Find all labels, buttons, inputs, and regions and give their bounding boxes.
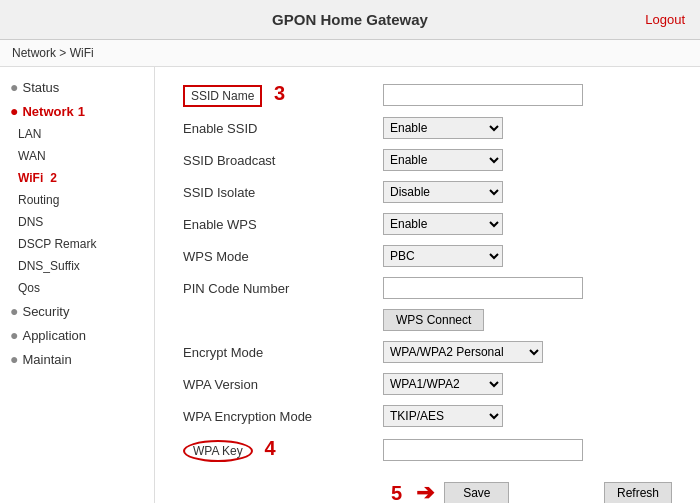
encrypt-mode-label: Encrypt Mode — [183, 345, 263, 360]
sidebar: ● Status ● Network 1 LAN WAN WiFi 2 Rout… — [0, 67, 155, 503]
dns-label: DNS — [18, 215, 43, 229]
routing-label: Routing — [18, 193, 59, 207]
page-title: GPON Home Gateway — [272, 11, 428, 28]
network-dot-icon: ● — [10, 103, 18, 119]
main-content: SSID Name 3 Enable SSID Enable Disable S… — [155, 67, 700, 503]
enable-wps-select[interactable]: Enable Disable — [383, 213, 503, 235]
encrypt-mode-row: Encrypt Mode WPA/WPA2 Personal None WEP — [175, 336, 680, 368]
wpa-version-row: WPA Version WPA1/WPA2 WPA1 WPA2 — [175, 368, 680, 400]
wpa-version-select[interactable]: WPA1/WPA2 WPA1 WPA2 — [383, 373, 503, 395]
wan-label: WAN — [18, 149, 46, 163]
header: GPON Home Gateway Logout — [0, 0, 700, 40]
enable-ssid-select[interactable]: Enable Disable — [383, 117, 503, 139]
ssid-isolate-label: SSID Isolate — [183, 185, 255, 200]
ssid-name-input[interactable] — [383, 84, 583, 106]
sidebar-item-dns[interactable]: DNS — [0, 211, 154, 233]
sidebar-item-dscp[interactable]: DSCP Remark — [0, 233, 154, 255]
wifi-badge: 2 — [50, 171, 57, 185]
layout: ● Status ● Network 1 LAN WAN WiFi 2 Rout… — [0, 67, 700, 503]
pin-code-input[interactable] — [383, 277, 583, 299]
status-dot-icon: ● — [10, 79, 18, 95]
maintain-dot-icon: ● — [10, 351, 18, 367]
network-badge: 1 — [78, 104, 85, 119]
sidebar-item-routing[interactable]: Routing — [0, 189, 154, 211]
wpa-key-badge: 4 — [264, 437, 275, 459]
wpa-encryption-select[interactable]: TKIP/AES TKIP AES — [383, 405, 503, 427]
sidebar-item-label: Status — [22, 80, 59, 95]
ssid-name-row: SSID Name 3 — [175, 77, 680, 112]
enable-wps-row: Enable WPS Enable Disable — [175, 208, 680, 240]
wpa-version-label: WPA Version — [183, 377, 258, 392]
wps-mode-select[interactable]: PBC PIN — [383, 245, 503, 267]
qos-label: Qos — [18, 281, 40, 295]
refresh-button[interactable]: Refresh — [604, 482, 672, 503]
wps-mode-row: WPS Mode PBC PIN — [175, 240, 680, 272]
ssid-isolate-select[interactable]: Enable Disable — [383, 181, 503, 203]
wpa-encryption-row: WPA Encryption Mode TKIP/AES TKIP AES — [175, 400, 680, 432]
sidebar-item-application[interactable]: ● Application — [0, 323, 154, 347]
wpa-key-row: WPA Key 4 — [175, 432, 680, 467]
sidebar-item-label: Network — [22, 104, 73, 119]
wps-mode-label: WPS Mode — [183, 249, 249, 264]
ssid-badge: 3 — [274, 82, 285, 104]
sidebar-item-status[interactable]: ● Status — [0, 75, 154, 99]
sidebar-item-qos[interactable]: Qos — [0, 277, 154, 299]
enable-ssid-label: Enable SSID — [183, 121, 257, 136]
wpa-key-input[interactable] — [383, 439, 583, 461]
dscp-label: DSCP Remark — [18, 237, 96, 251]
pin-code-label: PIN Code Number — [183, 281, 289, 296]
logout-button[interactable]: Logout — [645, 12, 685, 27]
save-button[interactable]: Save — [444, 482, 509, 503]
breadcrumb: Network > WiFi — [0, 40, 700, 67]
arrow-right-icon: ➔ — [416, 480, 434, 503]
ssid-broadcast-row: SSID Broadcast Enable Disable — [175, 144, 680, 176]
enable-wps-label: Enable WPS — [183, 217, 257, 232]
wpa-encryption-label: WPA Encryption Mode — [183, 409, 312, 424]
security-dot-icon: ● — [10, 303, 18, 319]
ssid-name-label: SSID Name — [183, 85, 262, 107]
sidebar-item-label: Maintain — [22, 352, 71, 367]
pin-code-row: PIN Code Number — [175, 272, 680, 304]
sidebar-item-maintain[interactable]: ● Maintain — [0, 347, 154, 371]
wps-connect-row: WPS Connect — [175, 304, 680, 336]
wpa-key-label: WPA Key — [183, 440, 253, 462]
lan-label: LAN — [18, 127, 41, 141]
sidebar-item-security[interactable]: ● Security — [0, 299, 154, 323]
encrypt-mode-select[interactable]: WPA/WPA2 Personal None WEP — [383, 341, 543, 363]
wifi-form: SSID Name 3 Enable SSID Enable Disable S… — [175, 77, 680, 503]
ssid-broadcast-select[interactable]: Enable Disable — [383, 149, 503, 171]
action-row: 5 ➔ Save Refresh — [175, 467, 680, 503]
wps-connect-button[interactable]: WPS Connect — [383, 309, 484, 331]
sidebar-item-dns-suffix[interactable]: DNS_Suffix — [0, 255, 154, 277]
sidebar-item-network[interactable]: ● Network 1 — [0, 99, 154, 123]
application-dot-icon: ● — [10, 327, 18, 343]
sidebar-item-wifi[interactable]: WiFi 2 — [0, 167, 154, 189]
wifi-label: WiFi — [18, 171, 43, 185]
ssid-broadcast-label: SSID Broadcast — [183, 153, 276, 168]
action-buttons: 5 ➔ Save Refresh — [383, 480, 672, 503]
dns-suffix-label: DNS_Suffix — [18, 259, 80, 273]
sidebar-item-label: Security — [22, 304, 69, 319]
ssid-isolate-row: SSID Isolate Enable Disable — [175, 176, 680, 208]
sidebar-item-label: Application — [22, 328, 86, 343]
step5-badge: 5 — [391, 482, 402, 504]
sidebar-item-wan[interactable]: WAN — [0, 145, 154, 167]
enable-ssid-row: Enable SSID Enable Disable — [175, 112, 680, 144]
sidebar-item-lan[interactable]: LAN — [0, 123, 154, 145]
